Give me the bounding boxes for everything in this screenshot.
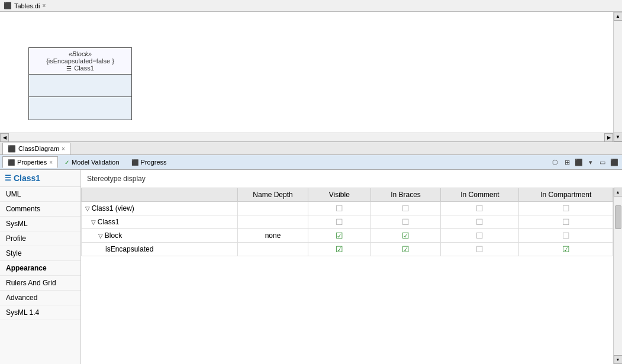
- row-1-expand[interactable]: ▽: [91, 219, 98, 226]
- col-header-in-comment: In Comment: [441, 188, 519, 202]
- uml-section-1: [29, 75, 131, 97]
- row-2-in-braces[interactable]: ☑: [370, 229, 441, 243]
- scroll-left-btn[interactable]: ◀: [0, 133, 9, 142]
- class-icon: ☰: [66, 65, 72, 72]
- checkbox-unchecked: ☐: [562, 231, 570, 240]
- sidebar-item-style[interactable]: Style: [0, 246, 80, 261]
- table-row: ▽ Block none ☑ ☑ ☐ ☐: [82, 229, 613, 243]
- table-down-icon: ▼: [616, 357, 620, 362]
- properties-table-area[interactable]: Name Depth Visible In Braces In Comment …: [81, 188, 622, 364]
- row-0-in-comment[interactable]: ☐: [441, 202, 519, 215]
- uml-attrs: {isEncapsulated=false }: [33, 57, 128, 65]
- checkbox-unchecked: ☐: [402, 217, 410, 227]
- checkbox-checked: ☑: [336, 231, 343, 240]
- checkbox-checked: ☑: [562, 244, 570, 254]
- tab-progress[interactable]: ⬛ Progress: [126, 156, 172, 168]
- row-3-visible[interactable]: ☑: [308, 243, 370, 256]
- sidebar-item-sysml14[interactable]: SysML 1.4: [0, 305, 80, 320]
- class-diagram-close[interactable]: ×: [62, 146, 65, 152]
- sidebar-item-appearance[interactable]: Appearance: [0, 261, 80, 276]
- sidebar-item-uml[interactable]: UML: [0, 187, 80, 202]
- row-3-in-compartment[interactable]: ☑: [519, 243, 613, 256]
- checkbox-unchecked: ☐: [336, 217, 343, 227]
- canvas-hscroll[interactable]: ◀ ▶: [0, 133, 613, 141]
- col-header-in-compartment: In Compartment: [519, 188, 613, 202]
- main-properties: Stereotype display Name Depth Visible In…: [81, 170, 622, 364]
- panel-tabs: ⬛ Properties × ✓ Model Validation ⬛ Prog…: [0, 155, 172, 169]
- diagram-title: Tables.di: [14, 2, 40, 9]
- tab-model-validation[interactable]: ✓ Model Validation: [59, 156, 125, 168]
- row-1-in-braces[interactable]: ☐: [370, 215, 441, 229]
- sidebar-item-profile[interactable]: Profile: [0, 231, 80, 246]
- scroll-down-btn[interactable]: ▼: [614, 133, 623, 141]
- row-1-visible[interactable]: ☐: [308, 215, 370, 229]
- bottom-panel: ⬛ Properties × ✓ Model Validation ⬛ Prog…: [0, 155, 622, 364]
- checkbox-checked: ☑: [402, 231, 410, 240]
- row-2-in-comment[interactable]: ☐: [441, 229, 519, 243]
- col-header-visible: Visible: [308, 188, 370, 202]
- checkbox-unchecked: ☐: [402, 204, 410, 213]
- validation-icon: ✓: [65, 159, 69, 166]
- uml-block-header: «Block» {isEncapsulated=false } ☰ Class1: [29, 48, 131, 75]
- sidebar-item-comments[interactable]: Comments: [0, 202, 80, 217]
- diagram-close-icon[interactable]: ×: [42, 2, 46, 9]
- checkbox-unchecked: ☐: [562, 204, 570, 213]
- table-scroll-down[interactable]: ▼: [614, 355, 623, 364]
- model-validation-label: Model Validation: [72, 159, 120, 166]
- sidebar-item-sysml[interactable]: SysML: [0, 217, 80, 231]
- diagram-canvas: «Block» {isEncapsulated=false } ☰ Class1…: [0, 12, 622, 142]
- row-1-label: ▽ Class1: [82, 215, 238, 229]
- table-up-icon: ▲: [616, 190, 620, 194]
- checkbox-unchecked: ☐: [476, 217, 484, 227]
- checkbox-unchecked: ☐: [562, 217, 570, 227]
- properties-icon: ⬛: [8, 159, 15, 166]
- row-2-in-compartment[interactable]: ☐: [519, 229, 613, 243]
- row-1-in-comment[interactable]: ☐: [441, 215, 519, 229]
- table-scroll-track[interactable]: [615, 197, 621, 355]
- checkbox-unchecked: ☐: [476, 244, 484, 254]
- row-2-visible[interactable]: ☑: [308, 229, 370, 243]
- toolbar-btn-5[interactable]: ▭: [597, 157, 608, 167]
- col-header-element: [82, 188, 238, 202]
- toolbar-btn-1[interactable]: ⬡: [550, 157, 560, 167]
- row-0-in-braces[interactable]: ☐: [370, 202, 441, 215]
- toolbar-btn-3[interactable]: ⬛: [573, 157, 584, 167]
- panel-content: ☰ Class1 UML Comments SysML Profile Styl…: [0, 170, 622, 364]
- sidebar: ☰ Class1 UML Comments SysML Profile Styl…: [0, 170, 81, 364]
- row-3-in-comment[interactable]: ☐: [441, 243, 519, 256]
- scroll-up-btn[interactable]: ▲: [614, 12, 623, 21]
- table-row: ▽ Class1 (view) ☐ ☐ ☐ ☐: [82, 202, 613, 215]
- table-row: ▽ Class1 ☐ ☐ ☐ ☐: [82, 215, 613, 229]
- scroll-htrack[interactable]: [9, 133, 604, 141]
- scroll-thumb[interactable]: [615, 205, 621, 229]
- properties-tab-label: Properties: [17, 159, 47, 166]
- toolbar-btn-4[interactable]: ▾: [585, 157, 596, 167]
- row-1-in-compartment[interactable]: ☐: [519, 215, 613, 229]
- toolbar-btn-2[interactable]: ⊞: [562, 157, 572, 167]
- checkbox-unchecked: ☐: [336, 204, 343, 213]
- checkbox-unchecked: ☐: [476, 231, 484, 240]
- progress-label: Progress: [141, 159, 167, 166]
- table-scroll-up[interactable]: ▲: [614, 188, 623, 197]
- scroll-right-btn[interactable]: ▶: [604, 133, 613, 142]
- sidebar-item-advanced[interactable]: Advanced: [0, 291, 80, 305]
- row-3-in-braces[interactable]: ☑: [370, 243, 441, 256]
- toolbar-btn-6[interactable]: ⬛: [609, 157, 620, 167]
- sidebar-item-rulers-and-grid[interactable]: Rulers And Grid: [0, 276, 80, 291]
- canvas-vscroll[interactable]: ▲ ▼: [613, 12, 622, 141]
- table-vscroll[interactable]: ▲ ▼: [613, 188, 622, 364]
- uml-block[interactable]: «Block» {isEncapsulated=false } ☰ Class1: [28, 47, 132, 120]
- properties-tab-close[interactable]: ×: [49, 159, 53, 166]
- row-0-in-compartment[interactable]: ☐: [519, 202, 613, 215]
- row-2-expand[interactable]: ▽: [98, 233, 105, 239]
- class-diagram-tab[interactable]: ⬛ ClassDiagram ×: [2, 143, 70, 154]
- row-0-label: ▽ Class1 (view): [82, 202, 238, 215]
- row-0-expand[interactable]: ▽: [85, 205, 92, 212]
- class-diagram-tab-bar: ⬛ ClassDiagram ×: [0, 142, 622, 155]
- row-0-visible[interactable]: ☐: [308, 202, 370, 215]
- tab-properties[interactable]: ⬛ Properties ×: [2, 156, 58, 168]
- scroll-vtrack[interactable]: [614, 21, 622, 133]
- checkbox-checked: ☑: [402, 244, 410, 254]
- up-arrow-icon: ▲: [615, 14, 620, 19]
- col-header-name-depth: Name Depth: [238, 188, 308, 202]
